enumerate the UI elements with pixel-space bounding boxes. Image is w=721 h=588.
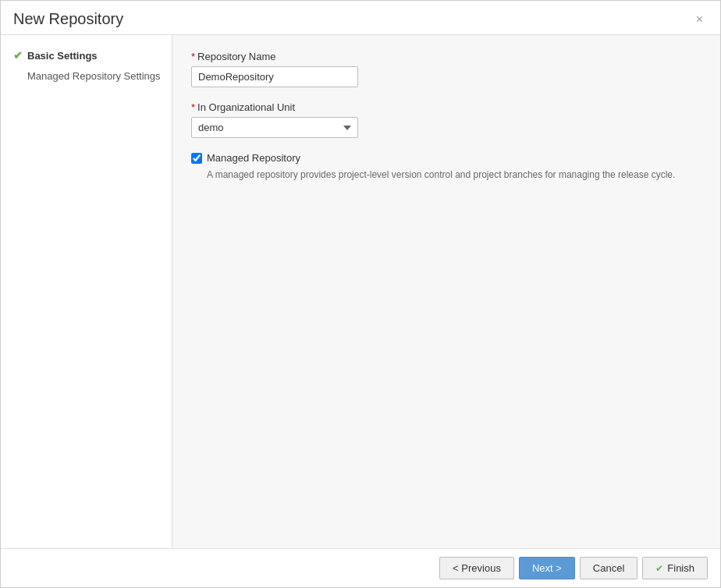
finish-check-icon: ✔: [655, 563, 663, 574]
managed-repo-checkbox-group: Managed Repository: [191, 152, 701, 164]
main-content: *Repository Name *In Organizational Unit…: [172, 35, 720, 548]
finish-label: Finish: [667, 562, 694, 574]
dialog-footer: < Previous Next > Cancel ✔ Finish: [1, 548, 720, 587]
cancel-button[interactable]: Cancel: [580, 557, 638, 579]
required-marker-name: *: [191, 51, 195, 62]
managed-repo-checkbox[interactable]: [191, 153, 202, 164]
sidebar-item-basic-settings[interactable]: ✔ Basic Settings: [1, 44, 172, 66]
managed-repo-help-text: A managed repository provides project-le…: [207, 168, 701, 182]
sidebar: ✔ Basic Settings Managed Repository Sett…: [1, 35, 172, 548]
repository-name-label: *Repository Name: [191, 51, 701, 62]
managed-repo-field-group: Managed Repository A managed repository …: [191, 152, 701, 182]
dialog-header: New Repository ×: [1, 1, 720, 35]
org-unit-field-group: *In Organizational Unit demo: [191, 101, 701, 138]
org-unit-select[interactable]: demo: [191, 117, 358, 138]
check-icon: ✔: [13, 49, 23, 62]
repository-name-input[interactable]: [191, 66, 358, 87]
sidebar-item-label-basic-settings: Basic Settings: [27, 50, 98, 62]
sidebar-sub-item-label: Managed Repository Settings: [27, 70, 161, 82]
dialog-title: New Repository: [13, 10, 123, 28]
close-button[interactable]: ×: [691, 11, 708, 28]
dialog-body: ✔ Basic Settings Managed Repository Sett…: [1, 35, 720, 548]
sidebar-item-managed-repository-settings[interactable]: Managed Repository Settings: [1, 66, 172, 86]
new-repository-dialog: New Repository × ✔ Basic Settings Manage…: [0, 0, 721, 588]
previous-button[interactable]: < Previous: [439, 557, 514, 579]
required-marker-org: *: [191, 101, 195, 113]
repository-name-field-group: *Repository Name: [191, 51, 701, 87]
managed-repo-label[interactable]: Managed Repository: [207, 152, 300, 164]
finish-button[interactable]: ✔ Finish: [642, 557, 708, 579]
next-button[interactable]: Next >: [519, 557, 575, 579]
org-unit-label: *In Organizational Unit: [191, 101, 701, 113]
